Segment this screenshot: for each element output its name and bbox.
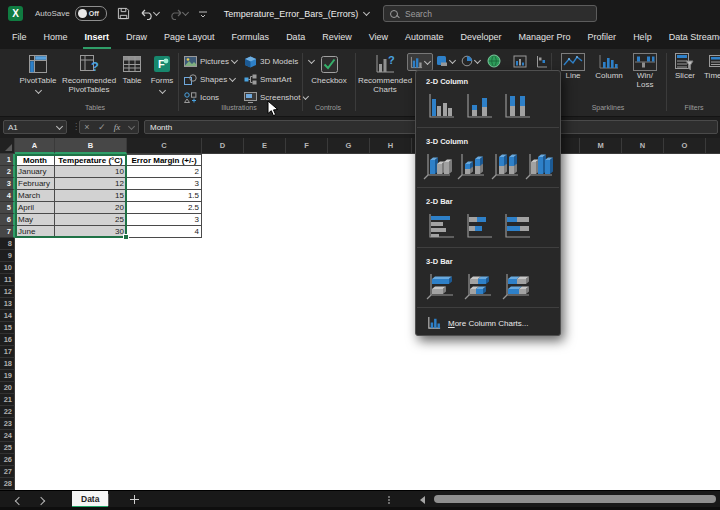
scroll-left-arrow[interactable] bbox=[420, 496, 425, 504]
menu-item-more-column-charts[interactable]: More Column Charts... bbox=[416, 311, 560, 335]
menu-option-3d-stacked-bar[interactable] bbox=[462, 269, 495, 303]
cell[interactable]: May bbox=[15, 214, 55, 226]
row-header-8[interactable]: 8 bbox=[0, 238, 15, 250]
insert-statistic-chart-button[interactable] bbox=[536, 53, 548, 69]
tab-developer[interactable]: Developer bbox=[459, 28, 504, 49]
previous-sheet-arrow[interactable] bbox=[15, 497, 23, 505]
menu-option-100-stacked-column[interactable] bbox=[500, 89, 533, 123]
tab-insert[interactable]: Insert bbox=[83, 28, 112, 49]
screenshot-button[interactable]: Screenshot bbox=[244, 90, 308, 105]
pictures-button[interactable]: Pictures bbox=[184, 54, 237, 69]
row-header-6[interactable]: 6 bbox=[0, 214, 15, 226]
row-header-4[interactable]: 4 bbox=[0, 190, 15, 202]
cell[interactable]: 4 bbox=[127, 226, 202, 238]
table-button[interactable]: Table bbox=[116, 52, 148, 110]
row-header-25[interactable]: 25 bbox=[0, 442, 15, 454]
cell[interactable]: 20 bbox=[55, 202, 127, 214]
tab-file[interactable]: File bbox=[10, 28, 29, 49]
select-all-corner[interactable] bbox=[0, 138, 15, 154]
menu-option-stacked-bar[interactable] bbox=[462, 209, 495, 243]
sparkline-column-button[interactable]: Column bbox=[592, 53, 626, 80]
cell[interactable]: Temperature (°C) bbox=[55, 154, 127, 166]
column-header-g[interactable]: G bbox=[328, 138, 370, 154]
tab-data-streamer[interactable]: Data Streamer bbox=[667, 28, 720, 49]
column-header-f[interactable]: F bbox=[286, 138, 328, 154]
cell[interactable]: January bbox=[15, 166, 55, 178]
recommended-pivottables-button[interactable]: ? Recommended PivotTables bbox=[62, 52, 116, 110]
column-header-d[interactable]: D bbox=[202, 138, 244, 154]
cell-area[interactable]: MonthTemperature (°C)Error Margin (+/-)J… bbox=[15, 154, 720, 490]
menu-option-3d-clustered-bar[interactable] bbox=[424, 269, 457, 303]
tab-draw[interactable]: Draw bbox=[124, 28, 149, 49]
tab-home[interactable]: Home bbox=[42, 28, 70, 49]
menu-option-100-stacked-bar[interactable] bbox=[500, 209, 533, 243]
row-header-15[interactable]: 15 bbox=[0, 322, 15, 334]
row-header-10[interactable]: 10 bbox=[0, 262, 15, 274]
tab-manager-pro[interactable]: Manager Pro bbox=[517, 28, 573, 49]
cell[interactable]: 3 bbox=[127, 178, 202, 190]
tab-page-layout[interactable]: Page Layout bbox=[162, 28, 217, 49]
menu-option-stacked-column[interactable] bbox=[462, 89, 495, 123]
column-header-c[interactable]: C bbox=[127, 138, 202, 154]
menu-option-clustered-bar[interactable] bbox=[424, 209, 457, 243]
new-sheet-button[interactable] bbox=[130, 495, 139, 504]
column-header-p[interactable]: P bbox=[706, 138, 720, 154]
3d-models-button[interactable]: 3D Models bbox=[244, 54, 314, 69]
row-header-14[interactable]: 14 bbox=[0, 310, 15, 322]
cell[interactable]: 12 bbox=[55, 178, 127, 190]
insert-column-chart-button[interactable] bbox=[407, 53, 433, 71]
column-header-a[interactable]: A bbox=[15, 138, 55, 154]
column-header-e[interactable]: E bbox=[244, 138, 286, 154]
row-header-26[interactable]: 26 bbox=[0, 454, 15, 466]
name-box[interactable]: A1 bbox=[3, 120, 67, 134]
row-header-16[interactable]: 16 bbox=[0, 334, 15, 346]
column-header-h[interactable]: H bbox=[370, 138, 412, 154]
insert-line-area-chart-button[interactable] bbox=[436, 53, 455, 69]
tab-profiler[interactable]: Profiler bbox=[586, 28, 619, 49]
menu-option-3d-clustered-column[interactable] bbox=[421, 149, 454, 183]
cell[interactable]: 10 bbox=[55, 166, 127, 178]
row-header-27[interactable]: 27 bbox=[0, 466, 15, 478]
save-button[interactable] bbox=[117, 7, 130, 20]
column-header-m[interactable]: M bbox=[580, 138, 622, 154]
undo-button[interactable] bbox=[140, 8, 159, 20]
maps-button[interactable] bbox=[487, 53, 501, 69]
row-header-23[interactable]: 23 bbox=[0, 418, 15, 430]
next-sheet-arrow[interactable] bbox=[37, 497, 45, 505]
sparkline-winloss-button[interactable]: Win/ Loss bbox=[628, 53, 662, 89]
row-header-12[interactable]: 12 bbox=[0, 286, 15, 298]
autosave-toggle[interactable]: Off bbox=[75, 6, 107, 21]
tab-help[interactable]: Help bbox=[631, 28, 654, 49]
cell[interactable]: Month bbox=[15, 154, 55, 166]
column-header-b[interactable]: B bbox=[55, 138, 127, 154]
search-bar[interactable] bbox=[383, 5, 597, 22]
document-title[interactable]: Temperature_Error_Bars_(Errors) bbox=[224, 9, 370, 19]
insert-pie-chart-button[interactable] bbox=[461, 53, 480, 69]
cell[interactable]: March bbox=[15, 190, 55, 202]
fill-handle[interactable] bbox=[123, 234, 129, 240]
row-header-19[interactable]: 19 bbox=[0, 370, 15, 382]
tab-view[interactable]: View bbox=[367, 28, 390, 49]
column-header-n[interactable]: N bbox=[622, 138, 664, 154]
cell[interactable]: 15 bbox=[55, 190, 127, 202]
row-header-3[interactable]: 3 bbox=[0, 178, 15, 190]
row-header-7[interactable]: 7 bbox=[0, 226, 15, 238]
row-header-24[interactable]: 24 bbox=[0, 430, 15, 442]
excel-logo-icon[interactable]: X bbox=[8, 6, 23, 21]
pivottable-button[interactable]: PivotTable bbox=[16, 52, 60, 110]
smartart-button[interactable]: SmartArt bbox=[244, 72, 292, 87]
row-header-9[interactable]: 9 bbox=[0, 250, 15, 262]
horizontal-scrollbar-thumb[interactable] bbox=[434, 495, 716, 503]
pivotchart-button[interactable] bbox=[513, 53, 527, 69]
cell[interactable]: 3 bbox=[127, 214, 202, 226]
menu-option-3d-100-stacked-column[interactable] bbox=[489, 149, 522, 183]
tab-formulas[interactable]: Formulas bbox=[230, 28, 272, 49]
customize-quick-access-toolbar-button[interactable] bbox=[198, 9, 208, 19]
column-header-o[interactable]: O bbox=[664, 138, 706, 154]
row-header-20[interactable]: 20 bbox=[0, 382, 15, 394]
row-header-13[interactable]: 13 bbox=[0, 298, 15, 310]
tab-automate[interactable]: Automate bbox=[403, 28, 446, 49]
row-header-5[interactable]: 5 bbox=[0, 202, 15, 214]
search-input[interactable] bbox=[403, 8, 590, 20]
name-box-chevron[interactable] bbox=[56, 122, 63, 129]
